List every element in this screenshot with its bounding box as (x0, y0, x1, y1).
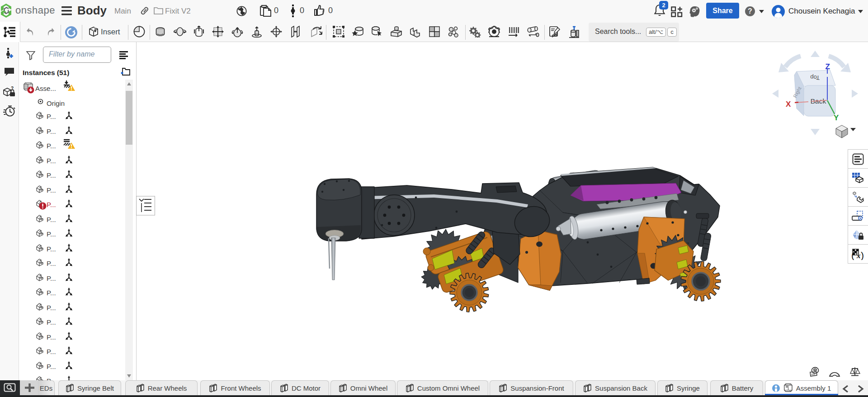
svg-text:(: ( (852, 250, 854, 260)
svg-text:Top: Top (810, 74, 820, 81)
svg-text:): ) (861, 250, 864, 260)
svg-text:Y: Y (834, 113, 839, 122)
svg-text:x: x (856, 251, 861, 260)
svg-text:Z: Z (826, 62, 830, 71)
svg-text:X: X (786, 100, 791, 109)
